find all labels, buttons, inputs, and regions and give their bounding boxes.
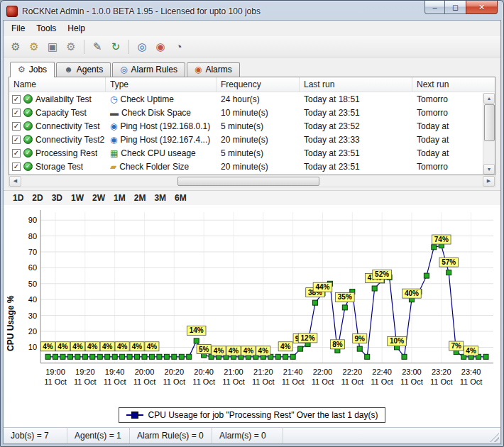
svg-text:11 Oct: 11 Oct [192, 377, 215, 386]
job-type: Check Disk Space [121, 108, 191, 118]
svg-text:10%: 10% [390, 337, 404, 345]
job-last-run: Today at 23:33 [300, 135, 412, 145]
refresh-agents-button[interactable]: ↻ [107, 38, 124, 55]
run-job-button[interactable]: ⚙ [62, 38, 80, 55]
minimize-button[interactable]: – [424, 1, 445, 14]
svg-text:20:00: 20:00 [135, 368, 155, 376]
range-1d-button[interactable]: 1D [9, 192, 27, 204]
job-last-run: Today at 18:51 [300, 94, 412, 104]
svg-text:4%: 4% [280, 343, 291, 351]
enabled-checkbox[interactable]: ✓ [12, 136, 21, 144]
job-frequency: 5 minute(s) [217, 121, 300, 131]
scroll-left-icon[interactable]: ◀ [9, 176, 21, 187]
chart-legend: CPU Useage for job "Processing Rest" Ove… [119, 407, 386, 423]
legend-row: CPU Useage for job "Processing Rest" Ove… [4, 407, 500, 427]
horizontal-scroll-track[interactable] [21, 176, 483, 187]
scheduler-button[interactable]: ◔ [170, 38, 187, 55]
svg-text:11 Oct: 11 Oct [341, 377, 363, 386]
maximize-button[interactable]: ◻ [445, 1, 466, 14]
table-row[interactable]: ✓ ✓ Capacity Test ▬ Check Disk Space 10 … [9, 106, 495, 119]
enabled-checkbox[interactable]: ✓ [12, 122, 21, 131]
table-row[interactable]: ✓ ✓ Availabilty Test ◷ Check Uptime 24 h… [9, 92, 495, 106]
cpu-usage-line [48, 245, 486, 357]
tab-alarm-rules-label: Alarm Rules [131, 65, 177, 74]
copy-job-button[interactable]: ▣ [44, 38, 61, 55]
edit-agent-button[interactable]: ✎ [89, 38, 106, 55]
table-row[interactable]: ✓ ✓ Connectivity Test ◉ Ping Host (192.1… [9, 119, 495, 133]
alarm-rules-button[interactable]: ◎ [133, 38, 150, 55]
cpu-icon: ▦ [110, 148, 118, 158]
table-row[interactable]: ✓ ✓ Storage Test ▰ Check Folder Size 20 … [9, 160, 495, 173]
range-6m-button[interactable]: 6M [171, 192, 190, 204]
range-2d-button[interactable]: 2D [28, 192, 46, 204]
legend-label: CPU Useage for job "Processing Rest" Ove… [148, 410, 378, 420]
vertical-scrollbar[interactable]: ▲ ▼ [483, 93, 495, 175]
job-type: Ping Host (192.167.4...) [120, 135, 210, 145]
scroll-up-icon[interactable]: ▲ [483, 93, 495, 104]
range-2w-button[interactable]: 2W [89, 192, 109, 204]
copy-icon: ▣ [48, 40, 57, 53]
svg-text:4%: 4% [43, 343, 53, 351]
job-name: Capacity Test [35, 108, 87, 118]
legend-marker-icon [126, 412, 143, 419]
gears-icon: ⚙ [18, 65, 26, 74]
scroll-down-icon[interactable]: ▼ [483, 164, 495, 175]
tab-alarm-rules[interactable]: ◎ Alarm Rules [112, 62, 185, 77]
horizontal-scroll-thumb[interactable] [177, 177, 319, 186]
scroll-right-icon[interactable]: ▶ [483, 176, 495, 187]
svg-text:19:20: 19:20 [75, 368, 95, 376]
person-icon: ☻ [64, 65, 73, 74]
svg-text:7%: 7% [451, 342, 461, 350]
tab-agents[interactable]: ☻ Agents [56, 62, 111, 77]
enabled-checkbox[interactable]: ✓ [12, 95, 21, 104]
enabled-checkbox[interactable]: ✓ [12, 162, 21, 171]
column-header-frequency[interactable]: Frequency [217, 77, 300, 92]
menu-file[interactable]: File [6, 21, 31, 35]
close-button[interactable]: ✕ [466, 1, 498, 14]
svg-text:11 Oct: 11 Oct [371, 377, 393, 386]
edit-job-button[interactable]: ⚙ [26, 38, 43, 55]
title-bar[interactable]: RoCKNet Admin - 1.0.0 BETA 1.95 - Licens… [1, 1, 503, 20]
svg-text:57%: 57% [442, 258, 456, 266]
range-3d-button[interactable]: 3D [48, 192, 66, 204]
job-frequency: 10 minute(s) [217, 108, 300, 118]
resize-grip[interactable] [490, 433, 499, 442]
svg-text:9%: 9% [355, 335, 366, 343]
menu-tools[interactable]: Tools [31, 21, 62, 35]
app-icon[interactable] [6, 6, 18, 17]
job-last-run: Today at 23:52 [300, 121, 412, 131]
svg-text:4%: 4% [214, 347, 224, 355]
svg-text:4%: 4% [258, 347, 269, 355]
column-header-last-run[interactable]: Last run [300, 77, 412, 92]
range-2m-button[interactable]: 2M [131, 192, 150, 204]
tab-jobs[interactable]: ⚙ Jobs [10, 62, 55, 77]
folder-icon: ▰ [110, 162, 116, 172]
alarms-button[interactable]: ◉ [152, 38, 169, 55]
svg-text:74%: 74% [434, 236, 449, 243]
table-row[interactable]: ✓ ✓ Connectivity Test2 ◉ Ping Host (192.… [9, 133, 495, 146]
status-ok-icon: ✓ [23, 108, 33, 117]
range-3m-button[interactable]: 3M [150, 192, 170, 204]
tab-alarms[interactable]: ◉ Alarms [187, 62, 240, 77]
job-last-run: Today at 23:51 [300, 148, 412, 158]
status-ok-icon: ✓ [23, 162, 33, 171]
column-header-name[interactable]: Name [9, 77, 106, 92]
menu-help[interactable]: Help [62, 21, 91, 35]
svg-text:21:00: 21:00 [224, 368, 243, 376]
column-header-type[interactable]: Type [106, 77, 217, 92]
range-1w-button[interactable]: 1W [67, 192, 87, 204]
svg-text:4%: 4% [72, 343, 83, 351]
enabled-checkbox[interactable]: ✓ [12, 109, 21, 117]
new-job-button[interactable]: ⚙ [7, 38, 24, 55]
svg-text:11 Oct: 11 Oct [282, 377, 305, 386]
range-1m-button[interactable]: 1M [110, 192, 129, 204]
horizontal-scrollbar[interactable]: ◀ ▶ [9, 175, 495, 187]
enabled-checkbox[interactable]: ✓ [12, 149, 21, 158]
svg-text:22:00: 22:00 [313, 368, 333, 376]
vertical-scroll-thumb[interactable] [484, 104, 495, 141]
column-header-next-run[interactable]: Next run [412, 77, 495, 92]
svg-text:11 Oct: 11 Oct [44, 377, 67, 386]
table-row[interactable]: ✓ ✓ Processing Rest ▦ Check CPU useage 5… [9, 146, 495, 160]
job-type: Check CPU useage [121, 148, 195, 158]
svg-text:4%: 4% [147, 343, 158, 351]
